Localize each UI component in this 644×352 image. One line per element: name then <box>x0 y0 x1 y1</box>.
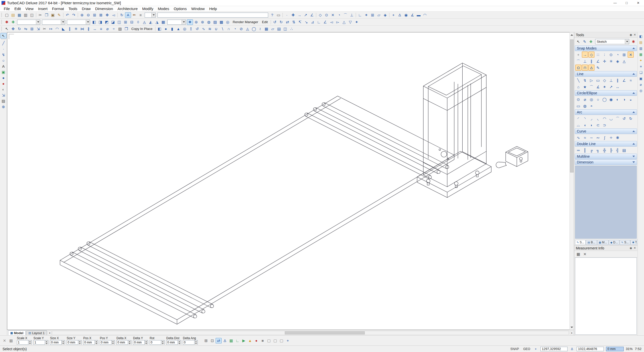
section-header-line[interactable]: Line <box>575 71 637 77</box>
snap-parallel-icon[interactable]: ∥ <box>588 58 594 64</box>
close-button[interactable]: ✕ <box>632 0 644 6</box>
vertical-scroll-thumb[interactable] <box>570 39 574 172</box>
coord-polar-icon[interactable]: ◉ <box>403 12 409 18</box>
extrude-icon[interactable]: ↥ <box>188 26 194 32</box>
drawing-canvas[interactable] <box>7 32 570 330</box>
bisector-line-icon[interactable]: ∡ <box>595 84 601 90</box>
target-icon[interactable]: ⌖ <box>285 338 291 343</box>
measurement-content[interactable] <box>575 257 637 335</box>
arc-open-right-icon[interactable]: ⊃ <box>601 122 608 128</box>
render-manager-link[interactable]: Render Manager <box>231 20 260 24</box>
section-header-curve[interactable]: Curve <box>575 128 637 134</box>
model-tab[interactable]: ▦Model <box>8 330 26 335</box>
field-input-pos-x[interactable] <box>83 340 95 345</box>
dock-layers-icon[interactable]: ≡ <box>638 64 644 69</box>
panel-tab-sketch[interactable]: ✎S... <box>575 240 586 245</box>
pan-h-icon[interactable]: ⇄ <box>285 19 291 25</box>
menu-insert[interactable]: Insert <box>36 6 50 11</box>
dock-selection-icon[interactable]: ▣ <box>638 76 644 81</box>
edit-bar-icon[interactable]: ✏ <box>131 12 137 18</box>
workplane-down-icon[interactable]: ↘ <box>303 19 309 25</box>
boolean-union-icon[interactable]: ∪ <box>213 26 219 32</box>
ellipse-icon[interactable]: ◯ <box>601 96 608 102</box>
menu-dimension[interactable]: Dimension <box>93 6 115 11</box>
panel-tab-blocks[interactable]: ▤B... <box>586 240 597 245</box>
orbit-left-icon[interactable]: ↺ <box>272 19 278 25</box>
deform-icon[interactable]: ≀ <box>257 26 263 32</box>
copy-icon[interactable]: ❐ <box>44 12 50 18</box>
scroll-down-icon[interactable] <box>570 325 574 330</box>
triangle-plane-icon[interactable]: ⊿ <box>310 19 316 25</box>
shadow-render-icon[interactable]: ▩ <box>218 19 224 25</box>
loft-icon[interactable]: ≋ <box>207 26 213 32</box>
image-tool-icon[interactable]: ▣ <box>1 69 7 75</box>
point-tool-icon[interactable]: ∙ <box>1 46 7 52</box>
coordinate-y-field[interactable]: 1022,464876 <box>577 347 604 351</box>
grid-visible-icon[interactable]: ▦ <box>228 338 234 343</box>
snap-perpendicular-quick-icon[interactable]: ⊥ <box>349 12 355 18</box>
view-walk-icon[interactable]: ◭ <box>148 19 154 25</box>
snap-settings-icon[interactable]: ✎ <box>595 65 601 71</box>
circle-diameter-icon[interactable]: ⌀ <box>582 96 588 102</box>
named-view-icon[interactable]: ⊞ <box>123 19 129 25</box>
pick-add-icon[interactable]: ✚ <box>10 19 16 25</box>
geo-toggle[interactable]: GEO <box>522 347 531 351</box>
point-single-icon[interactable]: ∙ <box>284 12 290 18</box>
dock-measure-icon[interactable]: ⌀ <box>638 82 644 87</box>
angle-meter-icon[interactable]: ∡ <box>409 12 415 18</box>
menu-options[interactable]: Options <box>172 6 189 11</box>
double-line-v-icon[interactable]: ║ <box>582 147 588 153</box>
menu-modes[interactable]: Modes <box>155 6 171 11</box>
polyline-tool-icon[interactable]: ↯ <box>1 52 7 57</box>
view-right-icon[interactable]: ◪ <box>110 19 116 25</box>
spinner-pos-y[interactable] <box>111 340 115 345</box>
circle-tangent-icon[interactable]: ◐ <box>615 96 621 102</box>
hatch-icon[interactable]: ▨ <box>117 26 123 32</box>
ellipse-rotated-icon[interactable]: ◉ <box>608 96 614 102</box>
scroll-right-button[interactable]: ▸ <box>570 331 574 335</box>
pie-right-icon[interactable]: ◗ <box>588 122 594 128</box>
cone-3d-icon[interactable]: ▲ <box>175 26 181 32</box>
pin-icon[interactable]: ◉ <box>630 246 632 250</box>
right-angle-icon[interactable]: ∟ <box>316 19 322 25</box>
snap-aux-icon[interactable]: ✳ <box>608 58 614 64</box>
material-tool-icon[interactable]: ● <box>1 81 7 86</box>
step-forward-icon[interactable]: ▻ <box>335 19 341 25</box>
close-panel-icon[interactable]: ✕ <box>634 33 636 36</box>
box-3d-icon[interactable]: ◧ <box>156 26 163 32</box>
snap-intersection-quick-icon[interactable]: ✕ <box>330 12 336 18</box>
field-input-delta-dist[interactable] <box>166 340 178 345</box>
arc-chord-icon[interactable]: ⌒ <box>615 115 621 121</box>
chevron-up-icon[interactable] <box>632 142 635 145</box>
pan-icon[interactable]: ✥ <box>104 12 110 18</box>
copy-in-place-icon[interactable]: ❐ <box>123 26 129 32</box>
spin-up-icon[interactable] <box>161 340 164 343</box>
single-line-icon[interactable]: ╲ <box>575 77 581 83</box>
combo-arrow-icon[interactable] <box>151 13 155 17</box>
break-icon[interactable]: ∦ <box>86 26 92 32</box>
view-grid-icon[interactable]: ▦ <box>160 19 166 25</box>
step-back-icon[interactable]: ◅ <box>329 19 335 25</box>
frame-a-icon[interactable]: ▢ <box>266 338 272 343</box>
circle-ttt-icon[interactable]: ◑ <box>621 96 627 102</box>
freehand-icon[interactable]: ∫ <box>601 135 608 141</box>
menu-draw[interactable]: Draw <box>79 6 93 11</box>
ortho-toggle-icon[interactable]: ∟ <box>234 338 240 343</box>
dock-materials-icon[interactable]: ▦ <box>638 52 644 57</box>
layer-combo[interactable] <box>17 20 40 25</box>
section-header-double-line[interactable]: Double Line <box>575 141 637 147</box>
dock-blocks-icon[interactable]: ▤ <box>638 39 644 45</box>
section-header-multiline[interactable]: Multiline <box>575 154 637 159</box>
previous-view-icon[interactable]: ◅ <box>110 12 116 18</box>
grid-snap-icon[interactable]: ⊞ <box>370 12 376 18</box>
spin-down-icon[interactable] <box>28 343 31 345</box>
rotated-rect-icon[interactable]: ◇ <box>601 77 608 83</box>
snap-face-icon[interactable]: ◈ <box>615 58 621 64</box>
panel-tab-materials[interactable]: ▦M... <box>597 240 609 245</box>
section-header-arc[interactable]: Arc <box>575 109 637 115</box>
star-polygon-icon[interactable]: ★ <box>582 84 588 90</box>
mirror-icon[interactable]: ⇋ <box>23 26 29 32</box>
sweep-icon[interactable]: ∿ <box>200 26 207 32</box>
command-input[interactable] <box>157 13 268 18</box>
print-icon[interactable]: ▥ <box>23 12 29 18</box>
